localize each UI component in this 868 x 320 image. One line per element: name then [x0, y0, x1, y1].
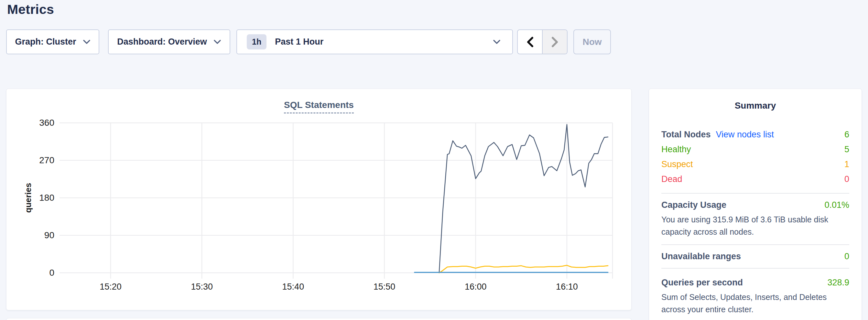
dashboard-dropdown[interactable]: Dashboard: Overview: [108, 29, 230, 54]
svg-text:360: 360: [39, 118, 54, 128]
time-range-picker[interactable]: 1h Past 1 Hour: [237, 29, 513, 54]
sql-statements-chart-card: 09018027036015:2015:3015:4015:5016:0016:…: [6, 89, 631, 310]
summary-title: Summary: [661, 100, 849, 111]
view-nodes-list-link[interactable]: View nodes list: [716, 130, 774, 140]
svg-text:15:50: 15:50: [374, 282, 396, 292]
chart-title[interactable]: SQL Statements: [284, 100, 354, 114]
queries-per-second-value: 328.9: [827, 278, 849, 288]
svg-text:15:40: 15:40: [282, 282, 304, 292]
svg-text:180: 180: [39, 193, 54, 203]
dashboard-dropdown-label: Dashboard: Overview: [117, 37, 207, 47]
svg-text:queries: queries: [23, 183, 33, 213]
suspect-nodes-row: Suspect 1: [661, 157, 849, 172]
svg-text:270: 270: [39, 155, 54, 165]
suspect-label: Suspect: [661, 159, 693, 169]
capacity-usage-section: Capacity Usage 0.01% You are using 315.9…: [661, 194, 849, 238]
dead-value: 0: [844, 174, 849, 184]
unavailable-ranges-value: 0: [844, 252, 849, 261]
time-shift-arrows: [517, 29, 567, 54]
svg-text:0: 0: [49, 268, 54, 278]
page-title: Metrics: [7, 2, 54, 17]
graph-dropdown[interactable]: Graph: Cluster: [6, 29, 99, 54]
dead-label: Dead: [661, 174, 682, 184]
time-range-badge: 1h: [247, 34, 267, 50]
now-button[interactable]: Now: [574, 29, 611, 54]
svg-text:90: 90: [44, 230, 54, 240]
total-nodes-row: Total Nodes View nodes list 6: [661, 127, 849, 142]
chevron-down-icon: [493, 39, 501, 44]
healthy-value: 5: [844, 145, 849, 155]
dead-nodes-row: Dead 0: [661, 172, 849, 187]
svg-text:15:30: 15:30: [191, 282, 213, 292]
yellow-line: [439, 265, 608, 273]
next-time-range-button[interactable]: [542, 30, 567, 54]
svg-text:16:00: 16:00: [465, 282, 487, 292]
svg-text:15:20: 15:20: [100, 282, 122, 292]
graph-dropdown-label: Graph: Cluster: [15, 37, 76, 47]
summary-panel: Summary Total Nodes View nodes list 6 He…: [649, 89, 862, 320]
sql-statements-chart: 09018027036015:2015:3015:4015:5016:0016:…: [6, 89, 632, 311]
unavailable-ranges-label: Unavailable ranges: [661, 252, 741, 261]
svg-text:16:10: 16:10: [556, 282, 578, 292]
queries-per-second-description: Sum of Selects, Updates, Inserts, and De…: [661, 291, 849, 316]
total-nodes-label: Total Nodes: [661, 130, 711, 140]
suspect-value: 1: [844, 159, 849, 169]
chevron-right-icon: [551, 36, 559, 47]
chevron-down-icon: [83, 39, 91, 44]
previous-time-range-button[interactable]: [518, 30, 542, 54]
chevron-left-icon: [526, 36, 534, 47]
capacity-usage-label: Capacity Usage: [661, 200, 726, 210]
healthy-label: Healthy: [661, 145, 691, 155]
next-chart-card-top: [6, 318, 631, 320]
dark-navy-line: [439, 124, 608, 273]
queries-per-second-section: Queries per second 328.9 Sum of Selects,…: [661, 268, 849, 316]
capacity-usage-description: You are using 315.9 MiB of 3.6 TiB usabl…: [661, 213, 849, 238]
queries-per-second-label: Queries per second: [661, 278, 743, 288]
time-range-label: Past 1 Hour: [275, 37, 323, 47]
capacity-usage-value: 0.01%: [824, 200, 849, 210]
unavailable-ranges-section: Unavailable ranges 0: [661, 245, 849, 261]
healthy-nodes-row: Healthy 5: [661, 142, 849, 157]
chevron-down-icon: [213, 39, 221, 44]
node-status-block: Total Nodes View nodes list 6 Healthy 5 …: [661, 127, 849, 187]
total-nodes-value: 6: [844, 130, 849, 140]
